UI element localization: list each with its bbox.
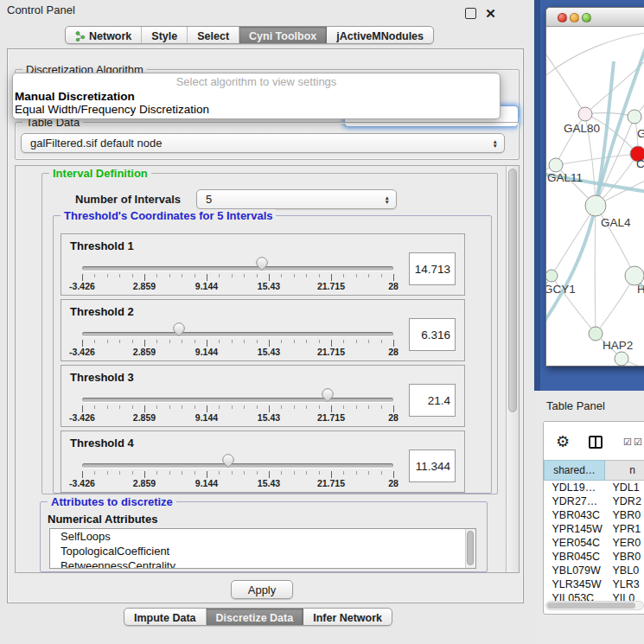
table-cell: YBL079W (545, 564, 605, 577)
gear-icon[interactable]: ⚙ (556, 434, 570, 450)
network-node[interactable] (615, 352, 628, 366)
slider-tick-label: -3.426 (69, 412, 95, 423)
table-cell: YBR0 (605, 508, 644, 522)
table-data-combobox[interactable]: galFiltered.sif default node ▲▼ (21, 133, 505, 153)
checkbox-icon[interactable]: ☑ (634, 437, 642, 447)
num-intervals-label: Number of Intervals (75, 193, 181, 206)
slider-tick (319, 340, 320, 343)
table-row[interactable]: YDL19…YDL1 (545, 481, 644, 494)
network-node[interactable] (585, 195, 606, 216)
network-edge (546, 48, 585, 114)
table-row[interactable]: YLR345WYLR3 (545, 577, 644, 591)
slider-tick (368, 340, 369, 343)
table-cell: YDL1 (605, 481, 644, 494)
table-row[interactable]: YER054CYER0 (545, 536, 644, 550)
screen: Control Panel ✕ Network Style Select Cyn… (0, 0, 644, 644)
apply-button[interactable]: Apply (231, 580, 293, 599)
table-row[interactable]: YBL079WYBL0 (545, 564, 644, 577)
list-scrollbar[interactable] (465, 529, 475, 568)
tab-infer-network[interactable]: Infer Network (303, 609, 392, 625)
network-node-label: H (637, 283, 644, 296)
attribute-list-item[interactable]: BetweennessCentrality (50, 558, 475, 569)
slider-tick-label: 15.43 (258, 281, 280, 291)
slider-tick (94, 274, 95, 277)
slider-tick (94, 471, 95, 475)
network-window-titlebar[interactable] (546, 8, 644, 27)
table-cell: YPR145W (545, 522, 605, 536)
slider-tick (82, 340, 83, 347)
slider-tick (306, 340, 307, 343)
num-intervals-combobox[interactable]: 5 ▲▼ (196, 189, 397, 209)
threshold-value-field[interactable]: 6.316 (409, 318, 456, 351)
slider-track[interactable] (82, 398, 393, 402)
tab-style[interactable]: Style (142, 27, 188, 43)
slider-tick (244, 405, 245, 409)
numerical-attributes-list[interactable]: SelfLoopsTopologicalCoefficientBetweenne… (49, 528, 476, 569)
table-cell: YDL19… (545, 481, 605, 494)
minimize-traffic-light-icon[interactable] (570, 13, 579, 22)
network-edge (595, 206, 596, 334)
table-data-section: Table Data galFiltered.sif default node … (15, 122, 520, 160)
slider-tick (257, 340, 258, 343)
threshold-value-field[interactable]: 14.713 (409, 252, 456, 285)
slider-tick (119, 340, 120, 343)
algorithm-option-manual[interactable]: Manual Discretization (15, 90, 135, 103)
column-header-name[interactable]: n (605, 461, 644, 481)
table-row[interactable]: YBR045CYBR0 (545, 550, 644, 564)
slider-tick (144, 340, 145, 347)
slider-tick (319, 274, 320, 277)
slider-thumb[interactable] (172, 322, 185, 337)
slider-thumb[interactable] (322, 388, 335, 403)
network-graph[interactable]: GAL80GACGAL11GAL4GCY1HHAP2 (546, 27, 644, 367)
network-node[interactable] (546, 270, 558, 282)
attribute-list-item[interactable]: SelfLoops (50, 529, 475, 544)
table-hscrollbar[interactable] (545, 601, 644, 610)
slider-thumb[interactable] (222, 454, 235, 469)
slider-track[interactable] (82, 463, 393, 468)
slider-tick (269, 405, 270, 412)
slider-tick (393, 340, 394, 347)
table-row[interactable]: YBR043CYBR0 (545, 508, 644, 522)
slider-tick (119, 471, 120, 475)
slider-thumb[interactable] (255, 257, 268, 271)
checkbox-icon[interactable]: ☑ (623, 437, 632, 447)
tab-select[interactable]: Select (188, 27, 239, 43)
network-node[interactable] (589, 327, 603, 341)
slider-tick (132, 340, 133, 343)
slider-tick-label: 2.859 (133, 478, 156, 488)
slider-tick (169, 471, 170, 475)
table-row[interactable]: YDR27…YDR2 (545, 494, 644, 508)
close-traffic-light-icon[interactable] (558, 13, 567, 22)
network-edge (556, 154, 638, 165)
network-node[interactable] (549, 158, 563, 172)
threshold-panel-2: Threshold 26.316-3.4262.8599.14415.4321.… (61, 299, 465, 361)
slider-tick (244, 274, 245, 277)
table-row[interactable]: YPR145WYPR1 (545, 522, 644, 536)
threshold-label: Threshold 1 (70, 239, 134, 252)
threshold-value-field[interactable]: 21.4 (409, 384, 456, 417)
zoom-traffic-light-icon[interactable] (582, 13, 591, 22)
network-node[interactable] (628, 110, 641, 124)
slider-track[interactable] (82, 266, 393, 271)
slider-tick (356, 471, 357, 475)
tab-jactivemnodules[interactable]: jActiveMNodules (327, 27, 433, 43)
tab-network[interactable]: Network (66, 27, 142, 43)
threshold-value-field[interactable]: 11.344 (409, 450, 456, 482)
float-icon[interactable] (465, 8, 476, 19)
attribute-list-item[interactable]: TopologicalCoefficient (50, 544, 475, 558)
algorithm-option-equal-width[interactable]: Equal Width/Frequency Discretization (15, 103, 209, 116)
slider-tick (368, 471, 369, 475)
close-icon[interactable]: ✕ (485, 8, 496, 19)
table-panel-title: Table Panel (546, 399, 605, 412)
settings-scrollbar[interactable] (506, 166, 519, 572)
column-header-shared-name[interactable]: shared… (545, 461, 605, 481)
slider-tick (119, 405, 120, 409)
columns-icon[interactable] (589, 436, 603, 449)
network-node[interactable] (578, 107, 592, 121)
slider-tick-label: 28 (388, 281, 399, 291)
network-window[interactable]: GAL80GACGAL11GAL4GCY1HHAP2 (545, 7, 644, 367)
tab-cyni-toolbox[interactable]: Cyni Toolbox (239, 27, 327, 43)
tab-discretize-data[interactable]: Discretize Data (207, 609, 304, 625)
slider-track[interactable] (82, 332, 393, 336)
tab-impute-data[interactable]: Impute Data (124, 609, 207, 625)
